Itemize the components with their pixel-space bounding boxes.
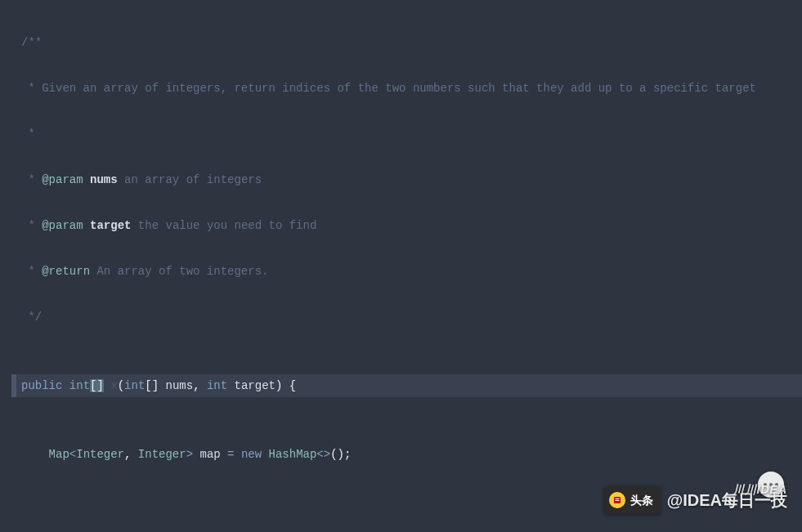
code-line: * bbox=[11, 123, 802, 145]
cursor-placeholder: x bbox=[110, 379, 117, 392]
watermark-overlay-text: 川川IDEA bbox=[733, 478, 787, 501]
code-line: */ bbox=[11, 306, 802, 329]
code-line: Map<Integer, Integer> map = new HashMap<… bbox=[11, 443, 802, 466]
code-line: * @param nums an array of integers bbox=[11, 168, 802, 191]
code-line-current[interactable]: public int[] x(int[] nums, int target) { bbox=[11, 374, 802, 397]
code-line: * @return An array of two integers. bbox=[11, 260, 802, 283]
code-line: * Given an array of integers, return ind… bbox=[11, 77, 802, 100]
code-line-blank bbox=[11, 512, 802, 532]
code-line: * @param target the value you need to fi… bbox=[11, 214, 802, 237]
code-editor[interactable]: /** * Given an array of integers, return… bbox=[0, 0, 802, 532]
code-line: /** bbox=[11, 31, 802, 54]
